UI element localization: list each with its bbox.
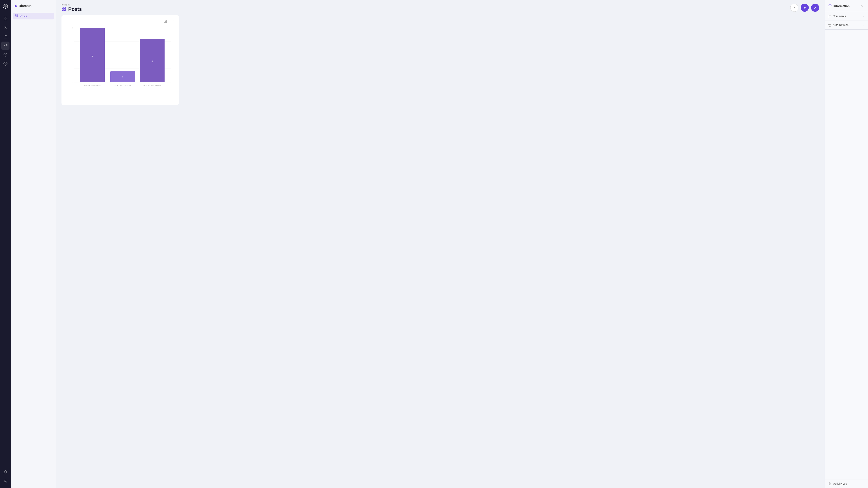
add-icon: + [804, 6, 806, 10]
nav-profile-icon[interactable] [1, 477, 9, 485]
right-panel-footer: Activity Log [825, 479, 868, 488]
brand-icon: ◆ [14, 4, 17, 8]
chart-svg: 5 0 5 1 4 2024-06-11T12:00:00 2024-10-21… [65, 24, 176, 100]
comments-chevron-icon [862, 15, 864, 18]
right-panel-close-button[interactable] [859, 3, 864, 8]
svg-rect-12 [17, 15, 18, 15]
breadcrumb: Insights [61, 3, 82, 6]
svg-rect-17 [62, 9, 64, 10]
svg-rect-18 [64, 9, 66, 10]
auto-refresh-section-header[interactable]: Auto Refresh [825, 21, 868, 29]
header: Insights Posts × + ✓ [56, 0, 825, 15]
svg-rect-3 [6, 17, 7, 18]
page-title-icon [61, 6, 66, 12]
sidebar-item-posts[interactable]: Posts [13, 13, 54, 20]
svg-rect-13 [16, 16, 16, 17]
close-icon: × [793, 6, 795, 10]
svg-rect-11 [16, 15, 16, 15]
auto-refresh-section-icon [829, 24, 831, 27]
chart-area: 5 0 5 1 4 2024-06-11T12:00:00 2024-10-21… [65, 19, 176, 101]
svg-text:5: 5 [72, 27, 73, 29]
page-title-text: Posts [68, 6, 82, 12]
svg-rect-14 [17, 16, 18, 17]
svg-point-20 [173, 21, 173, 21]
nav-help-icon[interactable] [1, 51, 9, 59]
header-left: Insights Posts [61, 3, 82, 12]
comments-section-icon [829, 15, 831, 18]
confirm-button[interactable]: ✓ [811, 4, 819, 12]
nav-files-icon[interactable] [1, 33, 9, 41]
svg-text:2024-10-21T12:00:00: 2024-10-21T12:00:00 [114, 85, 132, 87]
brand: ◆ Directus [13, 3, 54, 9]
chart-container: 5 0 5 1 4 2024-06-11T12:00:00 2024-10-21… [61, 15, 179, 105]
right-panel: Information Comments Auto Refresh Activi… [825, 0, 868, 488]
app-logo [2, 3, 9, 10]
svg-text:4: 4 [151, 60, 153, 63]
close-button[interactable]: × [790, 4, 798, 12]
comments-section-label: Comments [833, 15, 862, 18]
brand-label: Directus [19, 4, 31, 8]
main-content: Insights Posts × + ✓ [56, 0, 825, 488]
chart-edit-button[interactable] [162, 18, 168, 24]
nav-sidebar: ◆ Directus Posts [11, 0, 56, 488]
svg-point-10 [5, 480, 6, 481]
page-title: Posts [61, 6, 82, 12]
chart-toolbar [162, 18, 176, 24]
add-button[interactable]: + [801, 4, 809, 12]
info-icon [829, 4, 832, 7]
svg-text:1: 1 [122, 76, 123, 78]
activity-log-item[interactable]: Activity Log [829, 482, 864, 485]
svg-text:5: 5 [92, 55, 93, 57]
confirm-icon: ✓ [814, 6, 817, 10]
icon-sidebar [0, 0, 11, 488]
svg-text:0: 0 [72, 81, 73, 84]
nav-insights-icon[interactable] [1, 41, 9, 50]
nav-notifications-icon[interactable] [1, 468, 9, 476]
svg-text:2024-06-11T12:00:00: 2024-06-11T12:00:00 [84, 85, 101, 87]
nav-users-icon[interactable] [1, 24, 9, 32]
posts-nav-label: Posts [20, 14, 27, 18]
svg-text:2024-10-25T12:00:00: 2024-10-25T12:00:00 [144, 85, 161, 87]
content-area: 5 0 5 1 4 2024-06-11T12:00:00 2024-10-21… [56, 15, 825, 488]
right-panel-title: Information [829, 4, 850, 8]
auto-refresh-section: Auto Refresh [825, 21, 868, 30]
svg-point-6 [5, 26, 6, 28]
svg-point-9 [5, 63, 6, 64]
svg-rect-15 [62, 7, 64, 8]
posts-nav-icon [15, 14, 18, 18]
nav-home-icon[interactable] [1, 14, 9, 23]
right-panel-header: Information [825, 0, 868, 12]
activity-log-icon [829, 482, 831, 485]
right-panel-title-text: Information [833, 4, 850, 8]
chart-more-button[interactable] [170, 18, 176, 24]
nav-settings-icon[interactable] [1, 60, 9, 68]
svg-marker-1 [4, 5, 7, 8]
svg-rect-2 [4, 17, 5, 18]
activity-log-label: Activity Log [833, 482, 847, 485]
svg-rect-16 [64, 7, 66, 8]
header-actions: × + ✓ [790, 4, 819, 12]
svg-rect-4 [4, 19, 5, 20]
auto-refresh-chevron-icon [862, 24, 864, 26]
comments-section: Comments [825, 12, 868, 21]
svg-rect-5 [6, 19, 7, 20]
auto-refresh-section-label: Auto Refresh [833, 24, 862, 27]
comments-section-header[interactable]: Comments [825, 12, 868, 21]
